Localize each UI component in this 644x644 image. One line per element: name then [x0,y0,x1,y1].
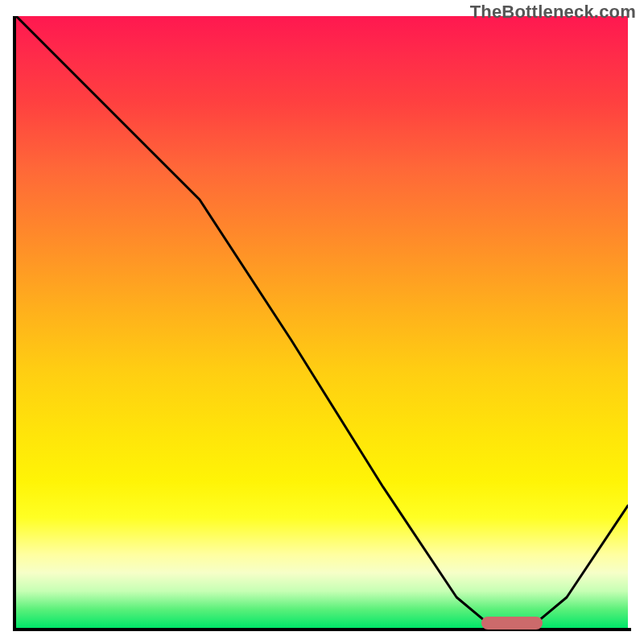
optimal-range-marker [481,617,543,630]
bottleneck-chart: TheBottleneck.com [0,0,644,644]
y-axis [13,16,16,631]
watermark-text: TheBottleneck.com [470,2,636,23]
plot-gradient-background [16,16,628,628]
